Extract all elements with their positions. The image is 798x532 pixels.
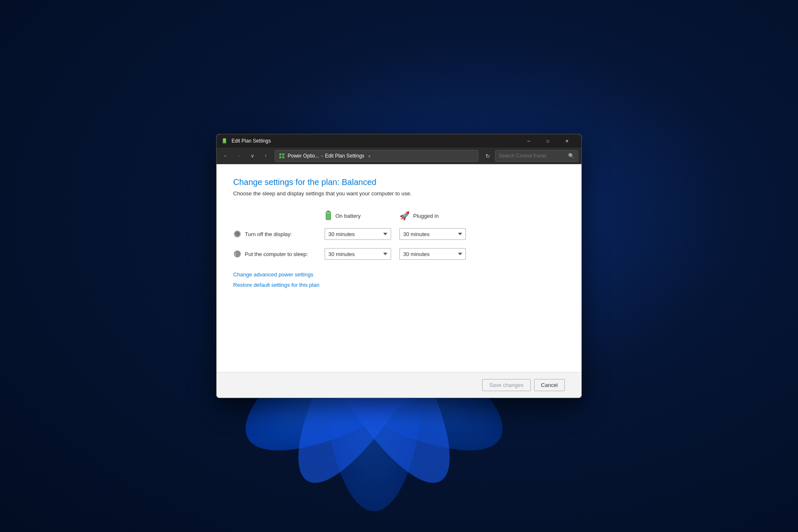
svg-rect-11 xyxy=(223,139,226,142)
search-icon: 🔍 xyxy=(568,153,574,159)
battery-column-label: On battery xyxy=(335,213,361,219)
display-settings-row: Turn off the display: 30 minutes 1 minut… xyxy=(233,228,565,240)
display-plugged-dropdown[interactable]: 30 minutes 1 minute 2 minutes 5 minutes … xyxy=(399,228,466,240)
address-bar-icon xyxy=(278,153,285,159)
sleep-battery-dropdown[interactable]: 30 minutes 1 minute 2 minutes 5 minutes … xyxy=(325,248,391,260)
breadcrumb-separator: > xyxy=(321,154,323,158)
forward-button[interactable]: → xyxy=(233,150,245,162)
cancel-button[interactable]: Cancel xyxy=(534,379,565,391)
up-button[interactable]: ↑ xyxy=(260,150,271,162)
sleep-icon xyxy=(233,250,241,258)
column-headers: On battery 🚀 Plugged in xyxy=(233,210,565,222)
address-dropdown-button[interactable]: ∨ xyxy=(368,154,371,158)
refresh-button[interactable]: ↻ xyxy=(482,150,493,162)
svg-rect-17 xyxy=(282,156,284,158)
battery-icon xyxy=(325,210,332,222)
back-button[interactable]: ← xyxy=(220,150,232,162)
page-title: Change settings for the plan: Balanced xyxy=(233,177,565,187)
window-title: Edit Plan Settings xyxy=(232,138,519,144)
edit-plan-settings-window: Edit Plan Settings ─ □ ✕ ← → ∨ ↑ Power O… xyxy=(216,134,582,398)
svg-rect-19 xyxy=(327,211,330,212)
maximize-button[interactable]: □ xyxy=(538,134,557,148)
footer: Save changes Cancel xyxy=(217,372,581,398)
display-icon xyxy=(233,230,241,238)
svg-rect-15 xyxy=(282,153,284,155)
svg-rect-16 xyxy=(279,156,281,158)
address-bar[interactable]: Power Optio... > Edit Plan Settings ∨ xyxy=(275,150,478,162)
svg-rect-12 xyxy=(224,138,225,139)
plugged-column-header: 🚀 Plugged in xyxy=(399,211,474,221)
window-icon xyxy=(222,138,228,144)
window-controls: ─ □ ✕ xyxy=(519,134,576,148)
sleep-plugged-dropdown[interactable]: 30 minutes 1 minute 2 minutes 5 minutes … xyxy=(399,248,466,260)
restore-defaults-link[interactable]: Restore default settings for this plan xyxy=(233,282,565,288)
display-label: Turn off the display: xyxy=(233,230,325,238)
svg-rect-13 xyxy=(223,139,226,139)
sleep-row-label-text: Put the computer to sleep: xyxy=(245,251,308,257)
title-bar: Edit Plan Settings ─ □ ✕ xyxy=(217,134,581,148)
breadcrumb-part1: Power Optio... xyxy=(288,153,319,159)
sleep-settings-row: Put the computer to sleep: 30 minutes 1 … xyxy=(233,248,565,260)
sleep-label: Put the computer to sleep: xyxy=(233,250,325,258)
navigation-bar: ← → ∨ ↑ Power Optio... > Edit Plan Setti… xyxy=(217,148,581,164)
page-subtitle: Choose the sleep and display settings th… xyxy=(233,190,565,197)
save-changes-button[interactable]: Save changes xyxy=(482,379,530,391)
minimize-button[interactable]: ─ xyxy=(519,134,538,148)
dropdown-history-button[interactable]: ∨ xyxy=(246,150,258,162)
close-button[interactable]: ✕ xyxy=(557,134,576,148)
svg-rect-21 xyxy=(326,212,330,214)
search-input[interactable] xyxy=(499,153,568,159)
content-area: Change settings for the plan: Balanced C… xyxy=(217,164,581,372)
breadcrumb-part2: Edit Plan Settings xyxy=(325,153,365,159)
advanced-power-settings-link[interactable]: Change advanced power settings xyxy=(233,271,565,278)
plugged-column-label: Plugged in xyxy=(413,213,438,219)
search-box[interactable]: 🔍 xyxy=(495,150,578,162)
svg-rect-14 xyxy=(279,153,281,155)
links-section: Change advanced power settings Restore d… xyxy=(233,271,565,288)
display-battery-dropdown[interactable]: 30 minutes 1 minute 2 minutes 5 minutes … xyxy=(325,228,391,240)
display-row-label-text: Turn off the display: xyxy=(245,231,292,237)
breadcrumb-path: Power Optio... > Edit Plan Settings xyxy=(288,153,365,159)
plugged-icon: 🚀 xyxy=(399,211,410,221)
battery-column-header: On battery xyxy=(325,210,399,222)
